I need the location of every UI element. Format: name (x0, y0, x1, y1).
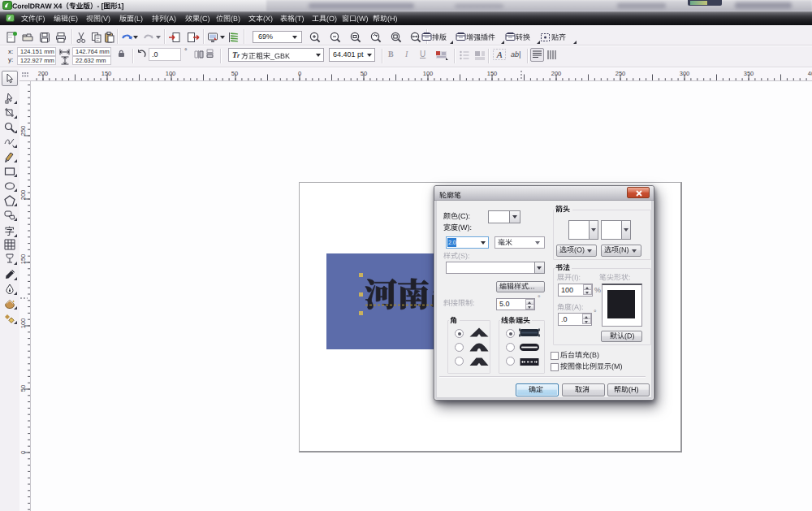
svg-text:250: 250 (615, 70, 626, 77)
svg-text:350: 350 (744, 70, 754, 77)
svg-text:50: 50 (231, 70, 238, 77)
svg-text:50: 50 (361, 70, 367, 77)
svg-text:0: 0 (298, 70, 301, 77)
svg-text:300: 300 (680, 70, 690, 77)
svg-text:400: 400 (808, 70, 812, 77)
svg-text:150: 150 (19, 254, 27, 265)
svg-text:150: 150 (487, 70, 498, 77)
svg-text:200: 200 (551, 70, 562, 77)
svg-text:250: 250 (19, 126, 27, 136)
svg-text:100: 100 (166, 70, 176, 77)
svg-text:200: 200 (19, 190, 27, 201)
svg-text:150: 150 (102, 70, 112, 77)
svg-text:50: 50 (19, 385, 27, 392)
svg-text:A: A (496, 50, 503, 59)
svg-text:100: 100 (423, 70, 434, 77)
svg-text:100: 100 (19, 318, 27, 329)
svg-text:0: 0 (19, 451, 27, 454)
svg-text:200: 200 (38, 70, 49, 77)
